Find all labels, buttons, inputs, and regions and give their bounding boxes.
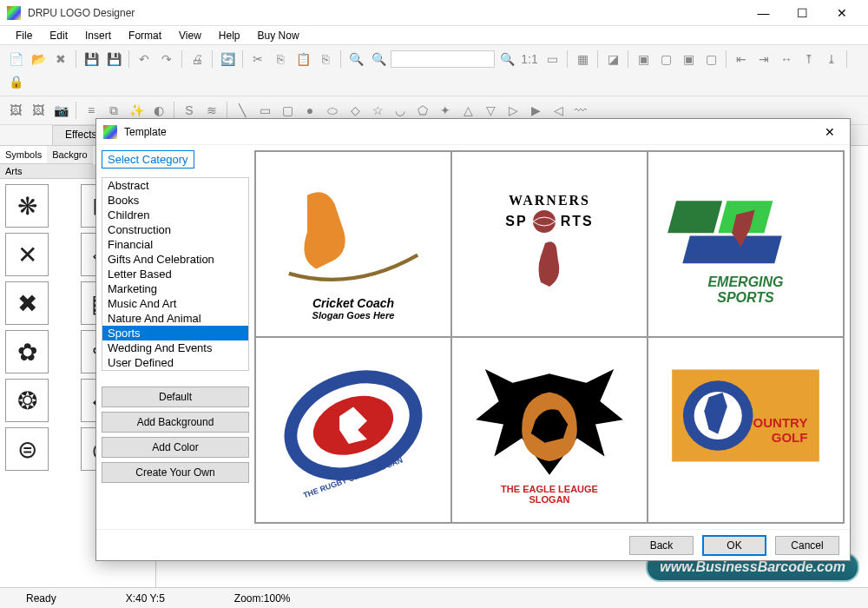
app-icon xyxy=(7,6,21,20)
status-xy: X:40 Y:5 xyxy=(126,592,165,605)
send-back-icon[interactable]: ▢ xyxy=(655,49,676,69)
template-text: GOLF xyxy=(753,430,808,445)
symbol-item[interactable]: ❋ xyxy=(5,184,49,228)
camera-icon[interactable]: 📷 xyxy=(50,100,71,121)
category-list[interactable]: AbstractBooksChildrenConstructionFinanci… xyxy=(102,177,249,371)
new-icon[interactable]: 📄 xyxy=(5,49,26,69)
grid-icon[interactable]: ▦ xyxy=(572,49,593,69)
dialog-titlebar: Template ✕ xyxy=(96,119,850,145)
add-color-button[interactable]: Add Color xyxy=(102,437,249,458)
zoom-page-icon[interactable]: ▭ xyxy=(542,49,562,69)
category-item[interactable]: Nature And Animal xyxy=(102,311,248,326)
zoom-fit-icon[interactable]: 🔍 xyxy=(496,49,517,69)
duplicate-icon[interactable]: ⎘ xyxy=(315,49,336,69)
side-tab-background[interactable]: Backgro xyxy=(47,146,92,164)
svg-rect-3 xyxy=(682,235,782,263)
dialog-close-button[interactable]: ✕ xyxy=(817,125,843,139)
category-item[interactable]: Gifts And Celebration xyxy=(102,252,248,267)
save-as-icon[interactable]: 💾 xyxy=(103,49,124,69)
copy-icon[interactable]: ⎘ xyxy=(270,49,291,69)
minimize-button[interactable]: — xyxy=(744,0,783,26)
side-tab-symbols[interactable]: Symbols xyxy=(0,146,47,164)
menu-help[interactable]: Help xyxy=(210,28,249,43)
template-item[interactable]: WARNERS SP RTS xyxy=(451,151,648,337)
align-bottom-icon[interactable]: ⤓ xyxy=(821,49,842,69)
send-backward-icon[interactable]: ▢ xyxy=(700,49,721,69)
align-tool-icon[interactable]: ◪ xyxy=(602,49,623,69)
menu-edit[interactable]: Edit xyxy=(41,28,76,43)
align-top-icon[interactable]: ⤒ xyxy=(799,49,819,69)
zoom-actual-icon[interactable]: 1:1 xyxy=(519,49,540,69)
cancel-button[interactable]: Cancel xyxy=(775,536,839,555)
category-item[interactable]: Financial xyxy=(102,237,248,252)
category-item[interactable]: User Defined xyxy=(102,355,248,370)
cut-icon[interactable]: ✂ xyxy=(247,49,268,69)
menu-view[interactable]: View xyxy=(170,28,210,43)
template-slogan: Slogan Goes Here xyxy=(312,310,395,321)
symbol-item[interactable]: ⊜ xyxy=(5,427,49,471)
image-tool-icon[interactable]: 🖼 xyxy=(5,100,26,121)
category-item[interactable]: Books xyxy=(102,193,248,208)
menubar: File Edit Insert Format View Help Buy No… xyxy=(0,26,868,45)
save-icon[interactable]: 💾 xyxy=(81,49,102,69)
category-item[interactable]: Abstract xyxy=(102,178,248,193)
bring-forward-icon[interactable]: ▣ xyxy=(678,49,699,69)
window-title: DRPU LOGO Designer xyxy=(28,7,744,19)
align-right-icon[interactable]: ⇥ xyxy=(753,49,774,69)
template-dialog: Template ✕ Select Category AbstractBooks… xyxy=(95,118,851,561)
zoom-combo[interactable] xyxy=(391,50,495,68)
add-background-button[interactable]: Add Background xyxy=(102,412,249,433)
symbol-item[interactable]: ✿ xyxy=(5,330,49,373)
template-item[interactable]: Cricket Coach Slogan Goes Here xyxy=(255,151,451,337)
template-item[interactable]: OUNTRY GOLF xyxy=(648,337,844,523)
maximize-button[interactable]: ☐ xyxy=(783,0,822,26)
undo-icon[interactable]: ↶ xyxy=(134,49,155,69)
template-item[interactable]: THE RUGBY CLUB SLOGAN xyxy=(255,337,451,523)
align-center-icon[interactable]: ↔ xyxy=(776,49,797,69)
category-panel: Select Category AbstractBooksChildrenCon… xyxy=(102,150,249,524)
toolbar-separator xyxy=(76,102,76,119)
toolbar-separator xyxy=(340,50,341,68)
category-item[interactable]: Sports xyxy=(102,326,248,340)
menu-insert[interactable]: Insert xyxy=(76,28,120,43)
paste-icon[interactable]: 📋 xyxy=(293,49,313,69)
back-button[interactable]: Back xyxy=(629,536,694,555)
category-item[interactable]: Letter Based xyxy=(102,267,248,281)
category-item[interactable]: Wedding And Events xyxy=(102,340,248,355)
template-item[interactable]: THE EAGLE LEAUGE SLOGAN xyxy=(451,337,648,523)
symbol-item[interactable]: ✖ xyxy=(5,281,49,325)
lock-icon[interactable]: 🔒 xyxy=(5,71,26,92)
open-icon[interactable]: 📂 xyxy=(28,49,49,69)
menu-format[interactable]: Format xyxy=(120,28,170,43)
create-your-own-button[interactable]: Create Your Own xyxy=(102,462,249,483)
default-button[interactable]: Default xyxy=(102,387,249,407)
bring-front-icon[interactable]: ▣ xyxy=(633,49,654,69)
category-item[interactable]: Marketing xyxy=(102,281,248,296)
status-zoom: Zoom:100% xyxy=(234,592,291,605)
menu-buy-now[interactable]: Buy Now xyxy=(249,28,308,43)
zoom-in-icon[interactable]: 🔍 xyxy=(368,49,389,69)
category-item[interactable]: Construction xyxy=(102,222,248,237)
symbol-item[interactable]: ✕ xyxy=(5,233,49,276)
toolbar-separator xyxy=(181,50,182,68)
refresh-icon[interactable]: 🔄 xyxy=(217,49,238,69)
toolbar-row-1: 📄 📂 ✖ 💾 💾 ↶ ↷ 🖨 🔄 ✂ ⎘ 📋 ⎘ 🔍 🔍 🔍 1:1 ▭ ▦ … xyxy=(0,45,868,96)
redo-icon[interactable]: ↷ xyxy=(156,49,177,69)
ok-button[interactable]: OK xyxy=(702,535,766,556)
titlebar: DRPU LOGO Designer — ☐ ✕ xyxy=(0,0,868,26)
category-item[interactable]: Music And Art xyxy=(102,296,248,311)
svg-rect-1 xyxy=(667,201,722,233)
close-doc-icon[interactable]: ✖ xyxy=(50,49,71,69)
close-button[interactable]: ✕ xyxy=(822,0,861,26)
print-icon[interactable]: 🖨 xyxy=(187,49,207,69)
template-item[interactable]: EMERGING SPORTS xyxy=(648,151,844,337)
zoom-out-icon[interactable]: 🔍 xyxy=(345,49,366,69)
menu-file[interactable]: File xyxy=(7,28,41,43)
clipart-icon[interactable]: 🖼 xyxy=(28,100,49,121)
template-text: SPORTS xyxy=(707,290,783,306)
template-text: EMERGING xyxy=(707,274,783,290)
template-grid: Cricket Coach Slogan Goes Here WARNERS S… xyxy=(254,150,845,524)
align-left-icon[interactable]: ⇤ xyxy=(731,49,752,69)
category-item[interactable]: Children xyxy=(102,208,248,222)
symbol-item[interactable]: ❂ xyxy=(5,379,49,422)
